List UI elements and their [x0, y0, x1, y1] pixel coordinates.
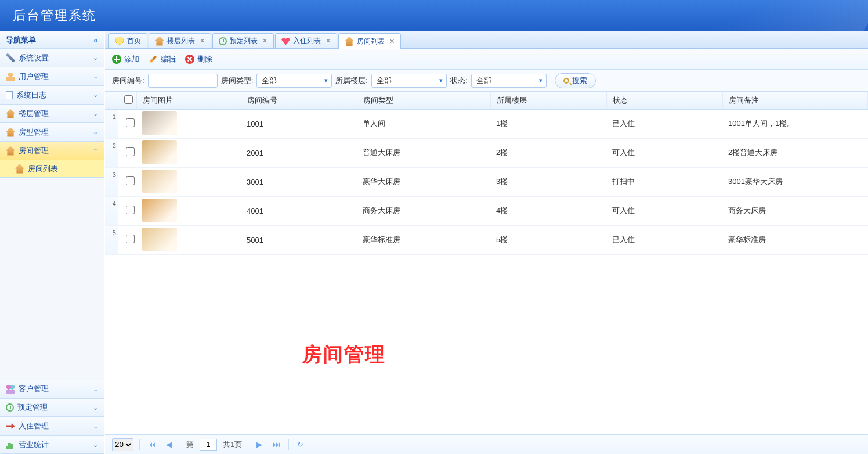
sidebar-item-label: 房间管理 [19, 146, 49, 156]
row-number: 1 [105, 109, 118, 138]
room-image [142, 199, 177, 222]
room-no-label: 房间编号: [112, 75, 144, 86]
status-label: 状态: [450, 75, 468, 86]
plus-icon [112, 55, 121, 64]
tab[interactable]: 楼层列表✕ [149, 33, 211, 48]
delete-button[interactable]: 删除 [185, 54, 212, 64]
tab[interactable]: 入住列表✕ [275, 33, 337, 48]
content-area: 首页楼层列表✕预定列表✕入住列表✕房间列表✕ 添加 编辑 删除 房间编号: 房间… [104, 31, 868, 454]
sidebar-item[interactable]: 楼层管理⌄ [0, 105, 104, 122]
chevron-down-icon: ⌄ [93, 91, 98, 99]
table-row[interactable]: 5 5001 豪华标准房 5楼 已入住 豪华标准房 [105, 225, 868, 254]
sidebar-subitem[interactable]: 房间列表 [0, 160, 104, 177]
pager: 20 ⏮ ◀ 第 共1页 ▶ ⏭ ↻ [105, 434, 868, 454]
room-type-select[interactable]: 全部 ▾ [256, 74, 332, 88]
chevron-down-icon: ⌄ [93, 404, 98, 412]
floor-select[interactable]: 全部 ▾ [371, 74, 447, 88]
collapse-icon[interactable]: « [93, 35, 98, 45]
next-page-button[interactable]: ▶ [254, 440, 265, 449]
page-size-select[interactable]: 20 [112, 438, 133, 451]
column-header[interactable]: 房间编号 [241, 92, 357, 109]
delete-icon [185, 55, 194, 64]
row-checkbox[interactable] [126, 206, 135, 214]
row-checkbox[interactable] [126, 235, 135, 243]
tab-label: 入住列表 [293, 36, 321, 46]
room-type-label: 房间类型: [221, 75, 254, 86]
close-icon[interactable]: ✕ [389, 38, 395, 45]
sidebar-item-label: 客户管理 [19, 384, 49, 394]
cell-status: 打扫中 [606, 167, 722, 196]
table-row[interactable]: 2 2001 普通大床房 2楼 可入住 2楼普通大床房 [105, 138, 868, 167]
page-input[interactable] [200, 439, 217, 451]
close-icon[interactable]: ✕ [200, 37, 205, 45]
house-icon [345, 37, 354, 46]
column-header[interactable]: 房间图片 [136, 92, 241, 109]
edit-button[interactable]: 编辑 [149, 54, 176, 64]
sidebar-item[interactable]: 客户管理⌄ [0, 380, 104, 398]
clock-icon [219, 37, 227, 45]
column-header[interactable]: 所属楼层 [490, 92, 606, 109]
tab[interactable]: 房间列表✕ [338, 33, 401, 49]
add-button[interactable]: 添加 [112, 54, 139, 64]
cell-room-no: 5001 [241, 225, 357, 254]
cell-floor: 4楼 [490, 196, 606, 225]
search-icon [563, 78, 569, 84]
sidebar-item[interactable]: 用户管理⌄ [0, 67, 104, 85]
close-icon[interactable]: ✕ [326, 37, 331, 45]
table-row[interactable]: 3 3001 豪华大床房 3楼 打扫中 3001豪华大床房 [105, 167, 868, 196]
row-checkbox[interactable] [126, 147, 135, 156]
cell-floor: 5楼 [490, 225, 606, 254]
doc-icon [6, 91, 13, 99]
sidebar-item-label: 营业统计 [19, 439, 49, 450]
cell-room-no: 2001 [241, 138, 357, 167]
sidebar-item-label: 预定管理 [17, 402, 48, 413]
chevron-down-icon: ▾ [539, 77, 542, 84]
status-select[interactable]: 全部 ▾ [471, 74, 547, 88]
close-icon[interactable]: ✕ [262, 37, 267, 45]
cell-remark: 2楼普通大床房 [722, 138, 868, 167]
heart-icon [281, 37, 290, 45]
table-row[interactable]: 1 1001 单人间 1楼 已入住 1001单人间，1楼。 [105, 109, 868, 138]
column-header[interactable]: 状态 [606, 92, 722, 109]
tab[interactable]: 预定列表✕ [212, 33, 274, 48]
room-type-value: 全部 [262, 75, 277, 86]
filter-bar: 房间编号: 房间类型: 全部 ▾ 所属楼层: 全部 ▾ 状态: 全部 ▾ 搜索 [105, 70, 868, 92]
cell-room-no: 3001 [241, 167, 357, 196]
sidebar-item[interactable]: 预定管理⌄ [0, 398, 104, 416]
app-title: 后台管理系统 [13, 7, 96, 24]
sidebar-item[interactable]: 房间管理⌄ [0, 142, 104, 160]
sidebar-item-label: 楼层管理 [19, 109, 49, 119]
room-image [142, 111, 177, 135]
house-icon [6, 128, 15, 137]
refresh-button[interactable]: ↻ [295, 440, 306, 449]
first-page-button[interactable]: ⏮ [146, 440, 158, 449]
edit-label: 编辑 [161, 54, 176, 64]
select-all-checkbox[interactable] [124, 95, 133, 104]
table-row[interactable]: 4 4001 商务大床房 4楼 可入住 商务大床房 [105, 196, 868, 225]
arrow-in-icon [6, 421, 15, 431]
sidebar-item[interactable]: 入住管理⌄ [0, 417, 104, 435]
cell-remark: 1001单人间，1楼。 [722, 109, 868, 138]
search-button[interactable]: 搜索 [555, 73, 596, 88]
row-checkbox[interactable] [126, 176, 135, 185]
bulb-icon [115, 37, 124, 46]
sidebar-item[interactable]: 房型管理⌄ [0, 123, 104, 141]
page-suffix: 共1页 [223, 439, 242, 450]
house-icon [15, 164, 24, 174]
room-image [142, 170, 177, 193]
chevron-down-icon: ⌄ [93, 147, 98, 154]
sidebar-item[interactable]: 营业统计⌄ [0, 435, 104, 453]
sidebar-item-label: 用户管理 [19, 71, 49, 82]
tab[interactable]: 首页 [108, 33, 147, 48]
chevron-down-icon: ▾ [324, 77, 328, 84]
row-checkbox[interactable] [126, 118, 135, 127]
prev-page-button[interactable]: ◀ [164, 440, 174, 449]
sidebar-item[interactable]: 系统设置⌄ [0, 49, 104, 67]
last-page-button[interactable]: ⏭ [270, 440, 283, 449]
floor-label: 所属楼层: [335, 75, 368, 86]
sidebar-item[interactable]: 系统日志⌄ [0, 86, 104, 104]
column-header[interactable]: 房间备注 [722, 92, 868, 109]
room-no-input[interactable] [148, 74, 218, 88]
column-header[interactable]: 房间类型 [357, 92, 490, 109]
chevron-down-icon: ⌄ [93, 128, 98, 136]
